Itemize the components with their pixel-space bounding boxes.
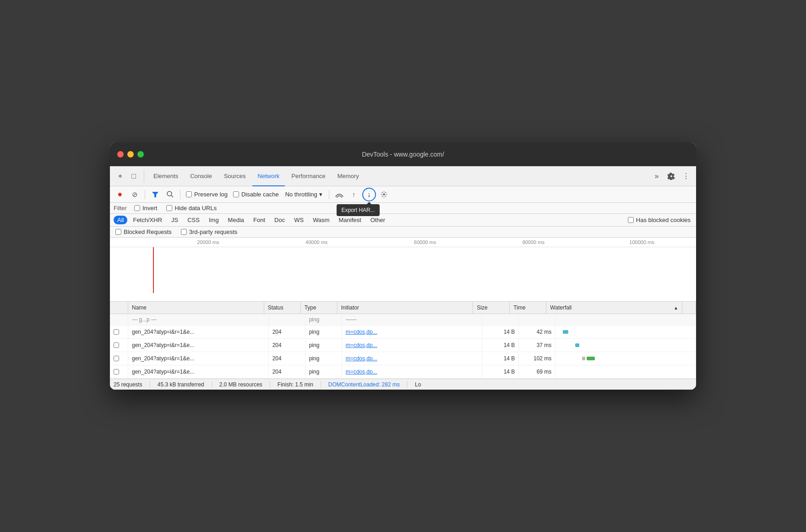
type-filter-other[interactable]: Other (367, 216, 389, 224)
type-filter-img[interactable]: Img (205, 216, 223, 224)
disable-cache-checkbox[interactable] (233, 191, 239, 197)
cursor-icon-btn[interactable]: ⌖ (114, 170, 126, 183)
tab-sources[interactable]: Sources (218, 166, 251, 186)
td-init-trunc: —— (342, 314, 483, 325)
td-initiator-3[interactable]: m=cdos,dp... (342, 365, 483, 378)
clear-button[interactable]: ⊘ (128, 188, 141, 201)
invert-label[interactable]: Invert (134, 205, 158, 212)
th-type[interactable]: Type (301, 302, 338, 314)
blocked-requests-checkbox[interactable] (115, 229, 121, 235)
td-cb-trunc (110, 314, 128, 325)
svg-marker-0 (152, 192, 158, 197)
th-status[interactable]: Status (264, 302, 301, 314)
tab-network[interactable]: Network (252, 166, 285, 186)
tab-performance[interactable]: Performance (286, 166, 331, 186)
timeline-red-line (153, 247, 154, 293)
network-toolbar: ● ⊘ Preserve log Disable cache No thrott… (110, 186, 696, 203)
more-options-button[interactable]: ⋮ (680, 170, 692, 183)
type-filter-js[interactable]: JS (168, 216, 182, 224)
maximize-button[interactable] (137, 151, 144, 157)
row-checkbox-2[interactable] (114, 356, 119, 361)
td-wf-trunc (555, 314, 696, 325)
wf-bar-0 (563, 330, 568, 334)
throttle-select[interactable]: No throttling ▾ (283, 190, 325, 199)
finish-time: Finish: 1.5 min (278, 381, 313, 388)
wf-bar-2b (582, 357, 585, 360)
network-settings-button[interactable] (378, 188, 391, 201)
window-title: DevTools - www.google.com/ (362, 151, 444, 158)
resources-size: 2.0 MB resources (219, 381, 262, 388)
third-party-label[interactable]: 3rd-party requests (181, 228, 238, 235)
table-row[interactable]: gen_204?atyp=i&r=1&e... 204 ping m=cdos,… (110, 326, 696, 339)
td-wf-1 (555, 339, 696, 352)
export-har-button[interactable]: ↓ (362, 188, 376, 201)
row-checkbox-3[interactable] (114, 369, 119, 375)
type-filter-manifest[interactable]: Manifest (335, 216, 365, 224)
th-name[interactable]: Name (128, 302, 264, 314)
has-blocked-cookies-checkbox[interactable] (628, 217, 634, 223)
th-initiator[interactable]: Initiator (338, 302, 474, 314)
invert-checkbox[interactable] (134, 205, 140, 211)
th-waterfall[interactable]: Waterfall ▲ (546, 302, 682, 314)
td-initiator-1[interactable]: m=cdos,dp... (342, 339, 483, 352)
table-row-truncated: — g...p — ping —— (110, 314, 696, 326)
th-checkbox (110, 302, 128, 314)
blocked-requests-label[interactable]: Blocked Requests (115, 228, 172, 235)
status-sep-4 (321, 381, 321, 388)
search-button[interactable] (163, 188, 176, 201)
row-checkbox-0[interactable] (114, 329, 119, 335)
disable-cache-label[interactable]: Disable cache (233, 191, 279, 198)
th-size[interactable]: Size (473, 302, 510, 314)
timeline-chart[interactable] (110, 247, 696, 293)
th-extra (682, 302, 696, 314)
row-checkbox-1[interactable] (114, 342, 119, 348)
more-tabs-button[interactable]: » (650, 170, 663, 183)
tick-4: 80000 ms (479, 238, 588, 247)
type-filter-doc[interactable]: Doc (271, 216, 289, 224)
tab-memory[interactable]: Memory (332, 166, 365, 186)
type-filter-media[interactable]: Media (224, 216, 248, 224)
type-filter-wasm[interactable]: Wasm (309, 216, 333, 224)
type-filter-ws[interactable]: WS (290, 216, 307, 224)
td-checkbox-2[interactable] (110, 352, 128, 365)
preserve-log-checkbox[interactable] (186, 191, 192, 197)
record-button[interactable]: ● (114, 188, 126, 201)
load-short: Lo (415, 381, 421, 388)
td-time-3: 69 ms (519, 365, 555, 378)
type-filter-all[interactable]: All (114, 216, 127, 224)
td-checkbox-1[interactable] (110, 339, 128, 352)
minimize-button[interactable] (127, 151, 134, 157)
td-initiator-0[interactable]: m=cdos,dp... (342, 326, 483, 338)
tab-elements[interactable]: Elements (148, 166, 184, 186)
table-row[interactable]: gen_204?atyp=i&r=1&e... 204 ping m=cdos,… (110, 339, 696, 352)
third-party-checkbox[interactable] (181, 229, 187, 235)
hide-data-urls-checkbox[interactable] (166, 205, 172, 211)
tab-console[interactable]: Console (185, 166, 218, 186)
hide-data-urls-label[interactable]: Hide data URLs (166, 205, 217, 212)
type-filter-xhr[interactable]: Fetch/XHR (129, 216, 166, 224)
type-filter-font[interactable]: Font (250, 216, 269, 224)
device-icon-btn[interactable]: □ (127, 170, 140, 183)
td-time-0: 42 ms (519, 326, 555, 338)
separator-2 (180, 190, 180, 199)
td-type-3: ping (305, 365, 342, 378)
traffic-lights (117, 151, 144, 157)
settings-icon-btn[interactable] (665, 170, 678, 183)
status-sep-2 (212, 381, 212, 388)
import-button[interactable]: ↑ (348, 188, 360, 201)
td-checkbox-0[interactable] (110, 326, 128, 338)
preserve-log-label[interactable]: Preserve log (186, 191, 228, 198)
filter-checkboxes: Invert Hide data URLs (132, 205, 218, 212)
th-time[interactable]: Time (510, 302, 546, 314)
table-row[interactable]: gen_204?atyp=i&r=1&e... 204 ping m=cdos,… (110, 365, 696, 379)
network-conditions-button[interactable] (333, 188, 346, 201)
has-blocked-cookies-label[interactable]: Has blocked cookies (628, 217, 691, 223)
table-row[interactable]: gen_204?atyp=i&r=1&e... 204 ping m=cdos,… (110, 352, 696, 365)
close-button[interactable] (117, 151, 124, 157)
type-filter-css[interactable]: CSS (184, 216, 203, 224)
filter-button[interactable] (149, 188, 162, 201)
td-checkbox-3[interactable] (110, 365, 128, 378)
td-initiator-2[interactable]: m=cdos,dp... (342, 352, 483, 365)
wf-bar-2 (587, 357, 595, 360)
tabs-right: » ⋮ (650, 170, 692, 183)
